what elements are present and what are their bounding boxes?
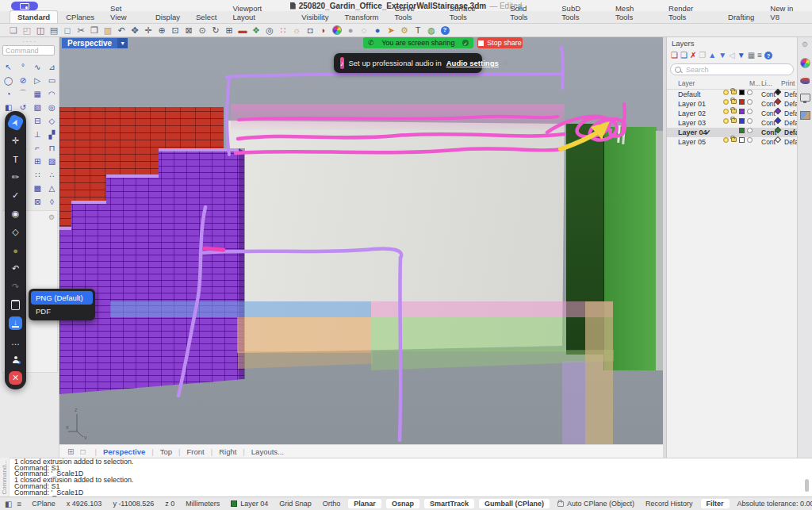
zoom-icon[interactable]: ⊕ [156,25,167,36]
blue-selection-strip[interactable] [110,301,371,317]
audio-settings-link[interactable]: Audio settings [446,59,499,67]
color-wheel-icon[interactable] [331,25,343,36]
more-tool[interactable]: … [9,335,22,348]
palette-tool-18[interactable]: ⊟ [31,114,44,127]
save-menu-item-png-default-[interactable]: PNG (Default) [31,291,93,305]
palette-tool-26[interactable]: ⌐ [31,141,44,154]
command-input[interactable] [2,45,55,56]
paste-icon[interactable]: ▥ [102,25,113,36]
render-globe-icon[interactable]: ◍ [426,25,437,36]
layer-print-color-icon[interactable] [775,136,781,143]
layer-print-color-icon[interactable] [775,108,781,114]
perspective-viewport[interactable]: z x y Perspective ▼ ✆ You are screen sha… [59,37,663,444]
palette-tool-0[interactable]: ↖ [2,60,15,73]
palette-tool-19[interactable]: ◇ [45,114,59,127]
show-map-icon[interactable]: ❖ [251,25,262,36]
status-auto-cplane-object-[interactable]: Auto CPlane (Object) [557,500,634,508]
eraser-tool[interactable]: ◇ [9,225,22,239]
palette-tool-35[interactable]: ∴ [45,168,59,181]
layer-visibility-bulb-icon[interactable] [723,99,729,105]
palette-tool-23[interactable]: ▞ [45,128,59,140]
palette-drag-handle[interactable]: ···· [0,38,59,45]
layer-visibility-bulb-icon[interactable] [723,118,729,124]
render-blue-icon[interactable]: ● [372,25,383,36]
move-icon[interactable]: ✛ [143,25,154,36]
status-smarttrack[interactable]: SmartTrack [424,499,474,508]
palette-tool-27[interactable]: ⊓ [45,141,59,154]
status-x-4926-103[interactable]: x 4926.103 [67,500,102,508]
layer-color-swatch[interactable] [739,99,745,105]
close-annotation-tool[interactable]: ✕ [9,371,22,385]
layer-color-swatch[interactable] [739,90,745,95]
participants-tool[interactable] [9,353,22,366]
layer-help-icon[interactable]: ? [764,52,772,59]
palette-tool-22[interactable]: ⊥ [31,128,44,140]
cut-icon[interactable]: ✂ [75,25,86,36]
status-ortho[interactable]: Ortho [323,500,341,508]
menu-tab-subd-tools[interactable]: SubD Tools [553,2,607,23]
display-mode-icon[interactable]: ◗ [318,25,329,36]
orange-selection-strip[interactable] [237,317,371,353]
filter-layers-icon[interactable]: ▼ [737,52,745,59]
layer-visibility-bulb-icon[interactable] [723,109,729,114]
cursor-flag-icon[interactable]: ➤ [385,25,396,36]
layer-lock-icon[interactable] [731,99,737,104]
layer-visibility-bulb-icon[interactable] [723,137,729,143]
new-file-icon[interactable]: ❏ [8,25,19,36]
list-toggle-icon[interactable]: ≡ [17,500,21,508]
spotlight-tool[interactable]: ◉ [9,207,22,220]
print-icon[interactable]: ▤ [48,25,59,36]
lock-icon[interactable]: ◘ [304,25,316,36]
viewport-title-dropdown[interactable]: ▼ [117,38,128,48]
palette-tool-31[interactable]: ▨ [45,155,59,167]
palette-tool-4[interactable]: ◯ [2,74,15,86]
layer-material-icon[interactable] [747,118,753,124]
save-annotation-tool[interactable]: ↓ [9,316,22,330]
status-osnap[interactable]: Osnap [386,499,419,508]
layer-print-color-icon[interactable] [775,117,781,124]
menu-tab-display[interactable]: Display [147,10,188,23]
palette-tool-8[interactable]: ◔ [2,87,15,100]
layer-color-swatch[interactable] [739,109,745,114]
layer-lock-icon[interactable] [731,90,737,94]
layer-color-swatch[interactable] [739,118,745,124]
circle-center-icon[interactable]: ◎ [264,25,275,36]
properties-icon[interactable]: ◻ [62,25,73,36]
help-icon[interactable]: ? [439,25,450,36]
palette-tool-9[interactable]: ⌒ [16,87,29,100]
new-sublayer-icon[interactable]: ❏ [680,52,688,59]
viewport-tab-perspective[interactable]: Perspective [103,447,145,456]
command-scrollbar[interactable] [805,479,809,492]
layer-material-icon[interactable] [747,109,753,114]
palette-tool-11[interactable]: ◠ [45,87,59,100]
pink-selection-strip[interactable] [371,301,613,317]
menu-tab-surface-tools[interactable]: Surface Tools [442,2,503,23]
menu-tab-render-tools[interactable]: Render Tools [661,2,720,23]
palette-tool-3[interactable]: ⊿ [45,60,59,73]
menu-tab-curve-tools[interactable]: Curve Tools [386,2,441,23]
palette-tool-7[interactable]: ▭ [45,74,59,86]
zoom-selected-icon[interactable]: ⊙ [197,25,208,36]
menu-tab-visibility[interactable]: Visibility [293,10,336,23]
zoom-extents-icon[interactable]: ⊠ [183,25,194,36]
unnest-layer-icon[interactable]: ◁ [729,52,735,59]
palette-tool-43[interactable]: ◊ [45,195,59,208]
menu-tab-cplanes[interactable]: CPlanes [58,10,102,23]
materials-panel-tab[interactable] [800,111,810,120]
undo-icon[interactable]: ↶ [116,25,127,36]
status-layer-04[interactable]: Layer 04 [231,500,268,508]
layer-lock-icon[interactable] [731,109,737,113]
named-view-icon[interactable]: ▬ [237,25,248,36]
palette-tool-34[interactable]: ∷ [31,168,44,181]
command-history-tab[interactable]: Command... [0,458,10,497]
undo-tool[interactable]: ↶ [9,262,22,275]
check-stamp-tool[interactable]: ✓ [9,189,22,202]
viewport-tab-front[interactable]: Front [187,447,205,456]
palette-tool-30[interactable]: ⊞ [31,155,44,167]
viewport-tab-top[interactable]: Top [160,447,172,456]
menu-tab-standard[interactable]: Standard [10,10,58,23]
layer-material-icon[interactable] [747,90,753,95]
render-wire-icon[interactable]: ◌ [358,25,370,36]
viewport-tab-right[interactable]: Right [219,447,236,456]
tan-column[interactable] [585,301,613,444]
